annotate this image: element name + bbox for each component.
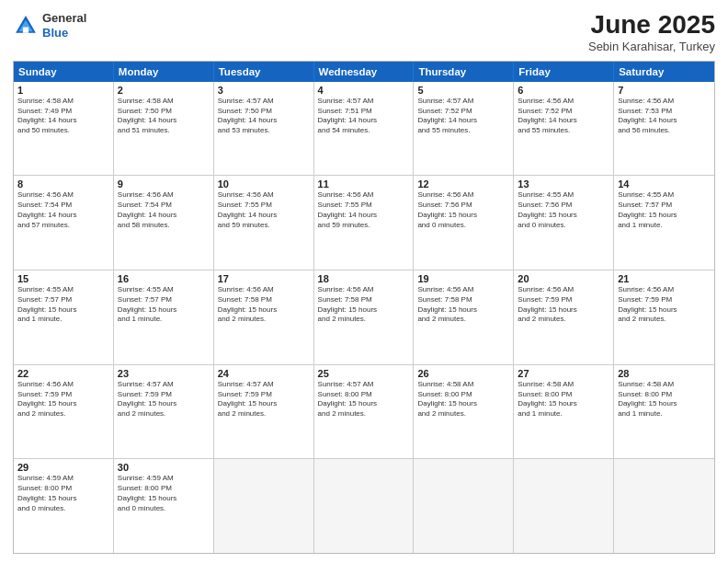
day-cell-5: 5Sunrise: 4:57 AMSunset: 7:52 PMDaylight… [414,82,514,176]
day-number: 29 [17,462,109,473]
day-info: Sunrise: 4:57 AMSunset: 8:00 PMDaylight:… [318,380,410,419]
day-cell-22: 22Sunrise: 4:56 AMSunset: 7:59 PMDayligh… [14,365,114,459]
day-cell-2: 2Sunrise: 4:58 AMSunset: 7:50 PMDaylight… [114,82,214,176]
logo-text: General Blue [42,11,86,40]
day-info: Sunrise: 4:56 AMSunset: 7:58 PMDaylight:… [417,285,509,325]
day-info: Sunrise: 4:58 AMSunset: 7:50 PMDaylight:… [118,97,210,136]
day-cell-3: 3Sunrise: 4:57 AMSunset: 7:50 PMDaylight… [214,82,314,176]
day-info: Sunrise: 4:59 AMSunset: 8:00 PMDaylight:… [118,474,210,513]
svg-rect-2 [23,27,28,32]
header-day-sunday: Sunday [14,62,114,82]
day-cell-27: 27Sunrise: 4:58 AMSunset: 8:00 PMDayligh… [514,365,614,459]
day-info: Sunrise: 4:56 AMSunset: 7:54 PMDaylight:… [17,190,109,230]
logo-icon [13,13,39,39]
header-day-saturday: Saturday [614,62,714,82]
day-cell-1: 1Sunrise: 4:58 AMSunset: 7:49 PMDaylight… [14,82,114,176]
day-info: Sunrise: 4:58 AMSunset: 8:00 PMDaylight:… [518,380,609,419]
day-cell-26: 26Sunrise: 4:58 AMSunset: 8:00 PMDayligh… [414,365,514,459]
logo: General Blue [13,11,86,40]
day-cell-28: 28Sunrise: 4:58 AMSunset: 8:00 PMDayligh… [614,365,714,459]
day-info: Sunrise: 4:56 AMSunset: 7:58 PMDaylight:… [318,285,410,325]
day-number: 2 [118,85,210,96]
day-number: 17 [218,273,310,284]
day-number: 12 [417,178,509,190]
day-info: Sunrise: 4:58 AMSunset: 7:49 PMDaylight:… [17,97,109,136]
header-day-thursday: Thursday [414,62,514,82]
header: General Blue June 2025 Sebin Karahisar, … [13,11,715,53]
day-number: 25 [318,368,410,379]
calendar-row-5: 29Sunrise: 4:59 AMSunset: 8:00 PMDayligh… [14,458,714,553]
title-block: June 2025 Sebin Karahisar, Turkey [588,11,715,53]
day-number: 13 [518,178,609,190]
day-info: Sunrise: 4:56 AMSunset: 7:54 PMDaylight:… [118,190,210,230]
day-info: Sunrise: 4:58 AMSunset: 8:00 PMDaylight:… [618,380,711,419]
header-day-monday: Monday [114,62,214,82]
empty-cell [614,459,714,553]
day-info: Sunrise: 4:56 AMSunset: 7:59 PMDaylight:… [618,285,711,325]
empty-cell [514,459,614,553]
day-info: Sunrise: 4:57 AMSunset: 7:59 PMDaylight:… [218,380,310,419]
day-info: Sunrise: 4:55 AMSunset: 7:56 PMDaylight:… [518,190,609,230]
logo-blue: Blue [42,26,68,40]
day-number: 27 [518,368,609,379]
day-info: Sunrise: 4:55 AMSunset: 7:57 PMDaylight:… [118,285,210,325]
header-day-tuesday: Tuesday [214,62,314,82]
calendar-row-2: 8Sunrise: 4:56 AMSunset: 7:54 PMDaylight… [14,175,714,270]
day-number: 26 [417,368,509,379]
day-info: Sunrise: 4:55 AMSunset: 7:57 PMDaylight:… [17,285,109,325]
day-number: 1 [17,85,109,96]
calendar-row-4: 22Sunrise: 4:56 AMSunset: 7:59 PMDayligh… [14,364,714,459]
day-cell-7: 7Sunrise: 4:56 AMSunset: 7:53 PMDaylight… [614,82,714,176]
day-number: 30 [118,462,210,473]
day-cell-23: 23Sunrise: 4:57 AMSunset: 7:59 PMDayligh… [114,365,214,459]
empty-cell [214,459,314,553]
day-cell-19: 19Sunrise: 4:56 AMSunset: 7:58 PMDayligh… [414,270,514,364]
day-cell-30: 30Sunrise: 4:59 AMSunset: 8:00 PMDayligh… [114,459,214,553]
day-number: 6 [518,85,609,96]
day-cell-17: 17Sunrise: 4:56 AMSunset: 7:58 PMDayligh… [214,270,314,364]
calendar-header: SundayMondayTuesdayWednesdayThursdayFrid… [14,62,714,82]
day-number: 22 [17,368,109,379]
day-info: Sunrise: 4:57 AMSunset: 7:51 PMDaylight:… [318,97,410,136]
day-number: 5 [417,85,509,96]
day-number: 28 [618,368,711,379]
day-number: 9 [118,178,210,190]
day-number: 11 [318,178,410,190]
day-info: Sunrise: 4:56 AMSunset: 7:53 PMDaylight:… [618,97,711,136]
day-cell-25: 25Sunrise: 4:57 AMSunset: 8:00 PMDayligh… [314,365,415,459]
day-cell-11: 11Sunrise: 4:56 AMSunset: 7:55 PMDayligh… [314,176,415,270]
empty-cell [314,459,415,553]
calendar-row-3: 15Sunrise: 4:55 AMSunset: 7:57 PMDayligh… [14,270,714,364]
month-title: June 2025 [588,11,715,40]
day-info: Sunrise: 4:56 AMSunset: 7:59 PMDaylight:… [518,285,609,325]
day-number: 14 [618,178,711,190]
day-number: 16 [118,273,210,284]
day-number: 3 [218,85,310,96]
day-cell-9: 9Sunrise: 4:56 AMSunset: 7:54 PMDaylight… [114,176,214,270]
header-day-friday: Friday [514,62,614,82]
day-info: Sunrise: 4:56 AMSunset: 7:58 PMDaylight:… [218,285,310,325]
day-number: 19 [417,273,509,284]
day-cell-20: 20Sunrise: 4:56 AMSunset: 7:59 PMDayligh… [514,270,614,364]
day-cell-29: 29Sunrise: 4:59 AMSunset: 8:00 PMDayligh… [14,459,114,553]
day-number: 4 [318,85,410,96]
day-cell-6: 6Sunrise: 4:56 AMSunset: 7:52 PMDaylight… [514,82,614,176]
day-info: Sunrise: 4:56 AMSunset: 7:55 PMDaylight:… [218,190,310,230]
day-cell-21: 21Sunrise: 4:56 AMSunset: 7:59 PMDayligh… [614,270,714,364]
day-info: Sunrise: 4:56 AMSunset: 7:52 PMDaylight:… [518,97,609,136]
day-number: 20 [518,273,609,284]
empty-cell [414,459,514,553]
day-number: 24 [218,368,310,379]
day-info: Sunrise: 4:59 AMSunset: 8:00 PMDaylight:… [17,474,109,513]
day-number: 15 [17,273,109,284]
logo-general: General [42,11,86,25]
day-number: 8 [17,178,109,190]
day-info: Sunrise: 4:56 AMSunset: 7:59 PMDaylight:… [17,380,109,419]
day-cell-4: 4Sunrise: 4:57 AMSunset: 7:51 PMDaylight… [314,82,415,176]
day-number: 7 [618,85,711,96]
day-info: Sunrise: 4:55 AMSunset: 7:57 PMDaylight:… [618,190,711,230]
day-cell-13: 13Sunrise: 4:55 AMSunset: 7:56 PMDayligh… [514,176,614,270]
calendar: SundayMondayTuesdayWednesdayThursdayFrid… [13,61,715,554]
day-info: Sunrise: 4:56 AMSunset: 7:56 PMDaylight:… [417,190,509,230]
location-subtitle: Sebin Karahisar, Turkey [588,40,715,53]
